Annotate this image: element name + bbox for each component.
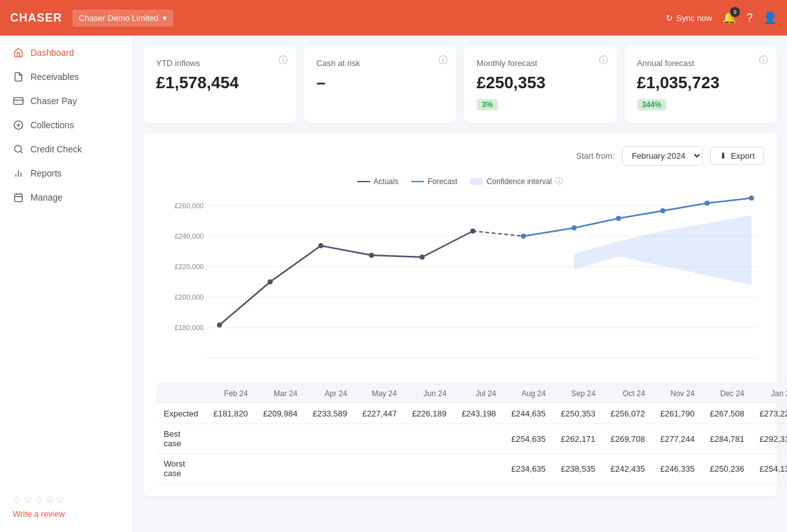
badge-monthly: 3% <box>477 99 498 110</box>
start-from-label: Start from: <box>576 151 615 161</box>
star-4[interactable]: ☆ <box>45 493 54 505</box>
forecast-dot-sep <box>572 225 577 230</box>
logo: CHASER <box>10 11 62 25</box>
sync-button[interactable]: ↻ Sync now <box>666 13 712 23</box>
best-dec24: £284,781 <box>703 424 752 454</box>
forecast-table: Feb 24 Mar 24 Apr 24 May 24 Jun 24 Jul 2… <box>156 383 787 484</box>
forecast-dot-oct <box>616 216 621 221</box>
forecast-dot-aug <box>521 234 526 239</box>
row-label-worst-case: Worst case <box>156 454 206 484</box>
star-3[interactable]: ☆ <box>34 493 43 505</box>
file-icon <box>13 71 24 83</box>
forecast-line-icon <box>411 181 424 182</box>
info-icon-annual[interactable]: ⓘ <box>759 55 768 66</box>
sidebar-label-chaser-pay: Chaser Pay <box>30 96 77 106</box>
actuals-polyline <box>220 231 473 325</box>
sidebar-label-dashboard: Dashboard <box>30 48 74 58</box>
info-icon-ytd[interactable]: ⓘ <box>279 55 288 66</box>
col-header-jul24: Jul 24 <box>454 384 503 404</box>
col-header-dec24: Dec 24 <box>703 384 752 404</box>
svg-text:£200,000: £200,000 <box>175 293 204 301</box>
user-icon[interactable]: 👤 <box>763 11 777 25</box>
best-feb24 <box>206 424 255 454</box>
worst-dec24: £250,236 <box>703 454 752 484</box>
expected-aug24: £244,635 <box>504 404 553 424</box>
table-row-expected: Expected £181,820 £209,984 £233,589 £227… <box>156 404 787 424</box>
info-icon-cash[interactable]: ⓘ <box>439 55 447 66</box>
info-icon-monthly[interactable]: ⓘ <box>599 55 608 66</box>
star-rating[interactable]: ☆ ☆ ☆ ☆ ☆ <box>13 493 120 505</box>
best-jan25: £292,318 <box>752 424 787 454</box>
svg-rect-10 <box>15 194 22 202</box>
worst-apr24 <box>305 454 355 484</box>
sync-label: Sync now <box>677 13 712 23</box>
confidence-info-icon[interactable]: ⓘ <box>555 176 563 187</box>
notification-badge: 9 <box>730 7 740 17</box>
sidebar-footer: ☆ ☆ ☆ ☆ ☆ Write a review <box>0 486 133 527</box>
export-button[interactable]: ⬇ Export <box>710 147 764 165</box>
expected-oct24: £256,072 <box>603 404 652 424</box>
sync-icon: ↻ <box>666 13 673 23</box>
help-icon[interactable]: ? <box>746 11 753 25</box>
company-name: Chaser Demo Limited <box>79 13 159 23</box>
col-header-nov24: Nov 24 <box>652 384 702 404</box>
sidebar-item-receivables[interactable]: Receivables <box>0 65 133 89</box>
svg-point-5 <box>15 145 22 152</box>
col-header-feb24: Feb 24 <box>206 384 255 404</box>
col-header-aug24: Aug 24 <box>504 384 553 404</box>
worst-nov24: £246,335 <box>652 454 702 484</box>
home-icon <box>13 47 24 58</box>
expected-mar24: £209,984 <box>255 404 305 424</box>
sidebar-item-manage[interactable]: Manage <box>0 185 133 209</box>
worst-jan25: £254,136 <box>752 454 787 484</box>
sidebar-item-collections[interactable]: Collections <box>0 113 133 137</box>
worst-feb24 <box>206 454 255 484</box>
company-selector[interactable]: Chaser Demo Limited ▾ <box>72 10 173 27</box>
metric-label-annual: Annual forecast <box>637 58 765 68</box>
forecast-dot-dec <box>704 201 710 206</box>
worst-may24 <box>355 454 404 484</box>
sidebar-label-reports: Reports <box>30 168 62 178</box>
export-label: Export <box>731 151 755 161</box>
sidebar-item-dashboard[interactable]: Dashboard <box>0 41 133 65</box>
chevron-down-icon: ▾ <box>162 13 167 23</box>
dollar-icon <box>13 119 24 131</box>
expected-apr24: £233,589 <box>305 404 355 424</box>
credit-card-icon <box>13 95 24 107</box>
date-select[interactable]: February 2024 <box>622 146 703 166</box>
worst-jun24 <box>404 454 454 484</box>
forecast-dot-nov <box>660 208 665 213</box>
col-header-mar24: Mar 24 <box>255 384 305 404</box>
forecast-dot-jan <box>749 196 754 201</box>
write-review-link[interactable]: Write a review <box>13 509 65 519</box>
svg-rect-0 <box>14 98 23 105</box>
expected-jul24: £243,198 <box>454 404 503 424</box>
actuals-line-icon <box>357 181 370 182</box>
expected-jan25: £273,227 <box>752 404 787 424</box>
metric-label-cash: Cash at risk <box>317 58 444 68</box>
sidebar-label-credit-check: Credit Check <box>30 144 82 154</box>
legend-forecast: Forecast <box>411 177 458 186</box>
chart-controls: Start from: February 2024 ⬇ Export <box>156 146 764 166</box>
search-icon <box>13 143 24 155</box>
actuals-dot-apr <box>318 243 323 248</box>
star-5[interactable]: ☆ <box>56 493 65 505</box>
metric-card-ytd-inflows: ⓘ YTD inflows £1,578,454 <box>143 46 296 123</box>
sidebar-item-credit-check[interactable]: Credit Check <box>0 137 133 161</box>
notifications-icon[interactable]: 🔔 9 <box>722 11 736 25</box>
actuals-dot-may <box>369 253 374 258</box>
sidebar-item-chaser-pay[interactable]: Chaser Pay <box>0 89 133 113</box>
star-1[interactable]: ☆ <box>13 493 22 505</box>
row-label-best-case: Best case <box>156 424 206 454</box>
svg-text:£220,000: £220,000 <box>175 263 204 270</box>
actuals-label: Actuals <box>374 177 399 186</box>
metric-value-annual: £1,035,723 <box>637 73 765 93</box>
best-aug24: £254,635 <box>504 424 553 454</box>
col-header-jun24: Jun 24 <box>404 384 454 404</box>
worst-aug24: £234,635 <box>504 454 553 484</box>
metric-card-annual-forecast: ⓘ Annual forecast £1,035,723 344% <box>625 46 777 123</box>
worst-jul24 <box>454 454 503 484</box>
svg-text:£260,000: £260,000 <box>175 202 204 209</box>
star-2[interactable]: ☆ <box>23 493 32 505</box>
sidebar-item-reports[interactable]: Reports <box>0 161 133 185</box>
